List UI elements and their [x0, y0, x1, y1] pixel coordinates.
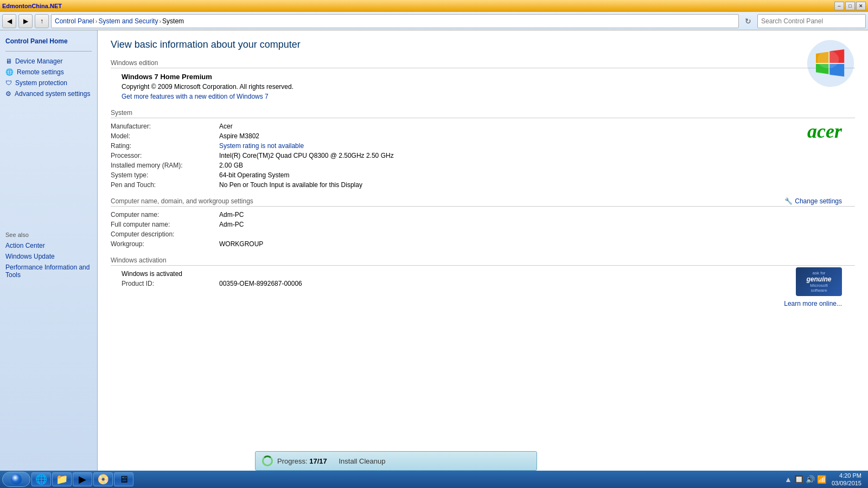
- tray-signal[interactable]: 📶: [817, 475, 826, 484]
- full-computer-name-row: Full computer name: Adm-PC: [111, 221, 855, 228]
- taskbar-ie-button[interactable]: 🌐: [31, 472, 51, 486]
- system-protection-label: System protection: [15, 79, 67, 87]
- taskbar-media-button[interactable]: ▶: [73, 472, 92, 486]
- breadcrumb-sep-1: ›: [95, 18, 98, 24]
- computer-description-label: Computer description:: [111, 230, 219, 238]
- genuine-badge: ask for genuine Microsoft software: [796, 267, 842, 296]
- taskbar-clock[interactable]: 4:20 PM 03/09/2015: [827, 472, 866, 487]
- breadcrumb-system-security[interactable]: System and Security: [98, 17, 158, 25]
- computer-name-value: Adm-PC: [219, 211, 244, 219]
- settings-icon: 🔧: [784, 197, 793, 205]
- title-bar: EdmontonChina.NET – □ ✕: [0, 0, 868, 12]
- computer-description-row: Computer description:: [111, 230, 855, 238]
- see-also-section: See also Action Center Windows Update Pe…: [0, 229, 97, 280]
- progress-overlay: Progress: 17/17 Install Cleanup: [255, 451, 537, 471]
- title-bar-buttons: – □ ✕: [834, 2, 866, 10]
- product-id-row: Product ID: 00359-OEM-8992687-00006: [111, 280, 855, 287]
- activation-status-row: Windows is activated: [111, 270, 855, 278]
- remote-settings-label: Remote settings: [17, 68, 64, 76]
- model-value: Aspire M3802: [219, 132, 259, 140]
- workgroup-value: WORKGROUP: [219, 240, 263, 248]
- breadcrumb-sep-2: ›: [159, 18, 161, 24]
- full-computer-name-value: Adm-PC: [219, 221, 244, 228]
- refresh-button[interactable]: ↻: [741, 14, 755, 28]
- rating-label: Rating:: [111, 142, 219, 150]
- computer-name-row: Computer name: Adm-PC: [111, 211, 855, 219]
- genuine-word: genuine: [800, 275, 838, 283]
- remote-settings-icon: 🌐: [5, 68, 14, 76]
- search-input[interactable]: [757, 14, 866, 28]
- progress-text: Progress: 17/17 Install Cleanup: [277, 457, 385, 465]
- progress-task: Install Cleanup: [339, 457, 385, 465]
- taskbar-app1-button[interactable]: 📀: [93, 472, 113, 486]
- sidebar-item-system-protection[interactable]: 🛡 System protection: [0, 78, 97, 88]
- breadcrumb-current: System: [162, 17, 184, 25]
- learn-more-container: Learn more online...: [784, 300, 842, 307]
- edition-name: Windows 7 Home Premium: [111, 73, 855, 81]
- computer-name-section-label: Computer name, domain, and workgroup set…: [111, 197, 855, 207]
- genuine-badge-container: ask for genuine Microsoft software: [796, 267, 842, 296]
- windows-edition-section: Windows edition: [111, 59, 855, 68]
- sidebar: Control Panel Home 🖥 Device Manager 🌐 Re…: [0, 30, 98, 471]
- sidebar-item-remote-settings[interactable]: 🌐 Remote settings: [0, 67, 97, 78]
- explorer-icon: 📁: [56, 473, 68, 485]
- change-settings-link[interactable]: 🔧 Change settings: [784, 197, 842, 205]
- rating-row: Rating: System rating is not available: [111, 142, 855, 150]
- up-button[interactable]: ↑: [35, 14, 49, 28]
- sidebar-windows-update[interactable]: Windows Update: [0, 251, 97, 262]
- media-icon: ▶: [79, 473, 86, 485]
- learn-more-link[interactable]: Learn more online...: [784, 300, 842, 307]
- device-manager-icon: 🖥: [5, 57, 12, 65]
- manufacturer-label: Manufacturer:: [111, 123, 219, 130]
- workgroup-row: Workgroup: WORKGROUP: [111, 240, 855, 248]
- page-title: View basic information about your comput…: [111, 39, 855, 50]
- start-button[interactable]: [2, 472, 30, 487]
- pen-touch-value: No Pen or Touch Input is available for t…: [219, 181, 362, 189]
- device-manager-label: Device Manager: [15, 57, 62, 65]
- forward-button[interactable]: ▶: [18, 14, 33, 28]
- sidebar-control-panel-home[interactable]: Control Panel Home: [0, 36, 97, 47]
- edition-copyright: Copyright © 2009 Microsoft Corporation. …: [111, 83, 855, 91]
- change-settings-label: Change settings: [795, 197, 842, 205]
- site-logo: EdmontonChina.NET: [2, 3, 62, 9]
- breadcrumb-control-panel[interactable]: Control Panel: [55, 17, 94, 25]
- minimize-button[interactable]: –: [834, 2, 844, 10]
- restore-button[interactable]: □: [845, 2, 855, 10]
- content-area: View basic information about your comput…: [98, 30, 868, 471]
- main-layout: Control Panel Home 🖥 Device Manager 🌐 Re…: [0, 30, 868, 471]
- activation-status: Windows is activated: [111, 270, 182, 278]
- sidebar-item-advanced-system[interactable]: ⚙ Advanced system settings: [0, 88, 97, 99]
- sidebar-divider-1: [5, 51, 92, 52]
- app1-icon: 📀: [97, 473, 109, 485]
- pen-touch-row: Pen and Touch: No Pen or Touch Input is …: [111, 181, 855, 189]
- system-tray: ▲ 🔲 🔊 📶: [784, 475, 826, 484]
- activation-section-wrapper: ask for genuine Microsoft software Windo…: [111, 256, 855, 287]
- breadcrumb-bar: Control Panel › System and Security › Sy…: [51, 14, 739, 28]
- address-bar: ◀ ▶ ↑ Control Panel › System and Securit…: [0, 12, 868, 30]
- model-row: Model: Aspire M3802: [111, 132, 855, 140]
- progress-spinner: [262, 455, 273, 466]
- taskbar-explorer-button[interactable]: 📁: [52, 472, 72, 486]
- tray-sound[interactable]: 🔊: [806, 475, 815, 484]
- tray-arrow[interactable]: ▲: [784, 475, 792, 484]
- computer-name-section-wrapper: 🔧 Change settings Computer name, domain,…: [111, 197, 855, 248]
- see-also-title: See also: [0, 229, 97, 240]
- memory-row: Installed memory (RAM): 2.00 GB: [111, 162, 855, 169]
- sidebar-item-device-manager[interactable]: 🖥 Device Manager: [0, 56, 97, 67]
- taskbar-app2-button[interactable]: 🖥: [114, 472, 133, 486]
- sidebar-performance-tools[interactable]: Performance Information and Tools: [0, 262, 97, 280]
- sidebar-action-center[interactable]: Action Center: [0, 240, 97, 251]
- start-orb: [11, 474, 22, 485]
- processor-row: Processor: Intel(R) Core(TM)2 Quad CPU Q…: [111, 152, 855, 159]
- tray-network[interactable]: 🔲: [794, 475, 803, 484]
- edition-upgrade-link[interactable]: Get more features with a new edition of …: [122, 93, 269, 100]
- pen-touch-label: Pen and Touch:: [111, 181, 219, 189]
- rating-link[interactable]: System rating is not available: [219, 142, 304, 150]
- clock-time: 4:20 PM: [832, 472, 861, 479]
- memory-value: 2.00 GB: [219, 162, 243, 169]
- title-bar-left: EdmontonChina.NET: [2, 3, 62, 9]
- close-button[interactable]: ✕: [856, 2, 866, 10]
- back-button[interactable]: ◀: [2, 14, 16, 28]
- product-id-value: 00359-OEM-8992687-00006: [219, 280, 302, 287]
- taskbar: 🌐 📁 ▶ 📀 🖥 ▲ 🔲 🔊 📶 4:20 PM 03/09/2015: [0, 471, 868, 488]
